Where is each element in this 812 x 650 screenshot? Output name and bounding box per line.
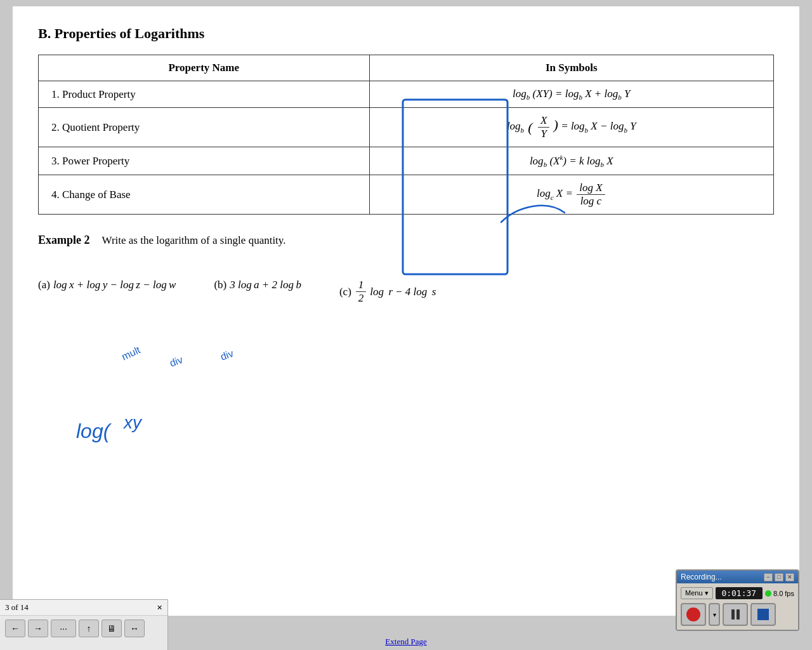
col-symbols-header: In Symbols [369,55,773,81]
pause-bar-right [737,609,740,620]
problem-a: (a) log x + log y − log z − log w [38,279,176,291]
section-title: B. Properties of Logarithms [38,25,774,42]
problem-b: (b) 3 log a + 2 log b [214,279,301,291]
table-row: 1. Product Property logb (XY) = logb X +… [39,81,774,108]
svg-text:div: div [219,348,235,362]
stop-icon [757,609,769,620]
recording-row2: ▾ [681,603,794,626]
example-label: Example 2 [38,234,90,246]
extend-page-link[interactable]: Extend Page [385,637,426,647]
problem-c: (c) 1 2 log r − 4 log s [339,279,436,305]
menu-button[interactable]: Menu ▾ [681,587,713,599]
property-name-2: 2. Quotient Property [39,108,370,147]
problem-a-label: (a) [38,279,50,291]
formula-3: logb (Xk) = k logb X [369,147,773,175]
properties-table: Property Name In Symbols 1. Product Prop… [38,55,774,215]
toolbar-buttons-row: ← → ··· ↑ 🖥 ↔ [0,616,167,641]
main-content: B. Properties of Logarithms Property Nam… [13,6,799,616]
formula-1: logb (XY) = logb X + logb Y [369,81,773,108]
problem-c-label: (c) [339,286,351,298]
recording-row1: Menu ▾ 0:01:37 8.0 fps [681,587,794,599]
table-row: 2. Quotient Property logb ( X Y ) = logb… [39,108,774,147]
col-property-header: Property Name [39,55,370,81]
table-row: 4. Change of Base logc X = log X log c [39,175,774,215]
bottom-toolbar: 3 of 14 ✕ ← → ··· ↑ 🖥 ↔ [0,599,168,650]
property-name-1: 1. Product Property [39,81,370,108]
recording-body: Menu ▾ 0:01:37 8.0 fps ▾ [677,583,798,630]
property-name-3: 3. Power Property [39,147,370,175]
prev-page-button[interactable]: ← [5,620,25,637]
formula-4: logc X = log X log c [369,175,773,215]
problem-b-text: 3 log a + 2 log b [230,279,301,291]
recording-title: Recording... [681,573,722,581]
record-icon [686,607,700,621]
property-name-4: 4. Change of Base [39,175,370,215]
problems-row: (a) log x + log y − log z − log w (b) 3 … [38,279,774,305]
problem-b-label: (b) [214,279,226,291]
svg-text:mult: mult [120,344,142,362]
pause-button[interactable] [723,603,748,626]
page-indicator-close[interactable]: ✕ [157,604,162,612]
next-page-button[interactable]: → [28,620,48,637]
recording-widget: Recording... − □ ✕ Menu ▾ 0:01:37 8.0 fp… [676,569,799,631]
page-number: 3 of 14 [5,602,29,613]
fps-display: 8.0 fps [765,590,794,597]
page-indicator: 3 of 14 ✕ [0,600,167,616]
pause-bar-left [731,609,735,620]
example-section: Example 2 Write as the logarithm of a si… [38,234,774,305]
maximize-button[interactable]: □ [775,573,783,581]
record-button[interactable] [681,603,706,626]
expand-button[interactable]: ↔ [124,620,145,637]
more-options-button[interactable]: ··· [51,620,76,637]
record-dropdown[interactable]: ▾ [709,603,720,626]
formula-2: logb ( X Y ) = logb X − logb Y [369,108,773,147]
fps-value: 8.0 fps [773,590,794,597]
svg-text:div: div [168,354,184,369]
stop-button[interactable] [750,603,776,626]
table-row: 3. Power Property logb (Xk) = k logb X [39,147,774,175]
close-button[interactable]: ✕ [785,573,794,581]
example-text: Write as the logarithm of a single quant… [102,234,286,246]
problem-a-text: log x + log y − log z − log w [53,279,176,291]
svg-text:xy: xy [122,413,143,432]
problem-c-text: 1 2 log r − 4 log s [355,279,436,305]
fps-dot [765,590,771,597]
upload-button[interactable]: ↑ [79,620,99,637]
recording-titlebar: Recording... − □ ✕ [677,571,798,583]
titlebar-buttons: − □ ✕ [764,573,794,581]
recording-timer: 0:01:37 [716,587,763,599]
minimize-button[interactable]: − [764,573,773,581]
display-button[interactable]: 🖥 [102,620,122,637]
svg-text:log(: log( [76,420,112,442]
